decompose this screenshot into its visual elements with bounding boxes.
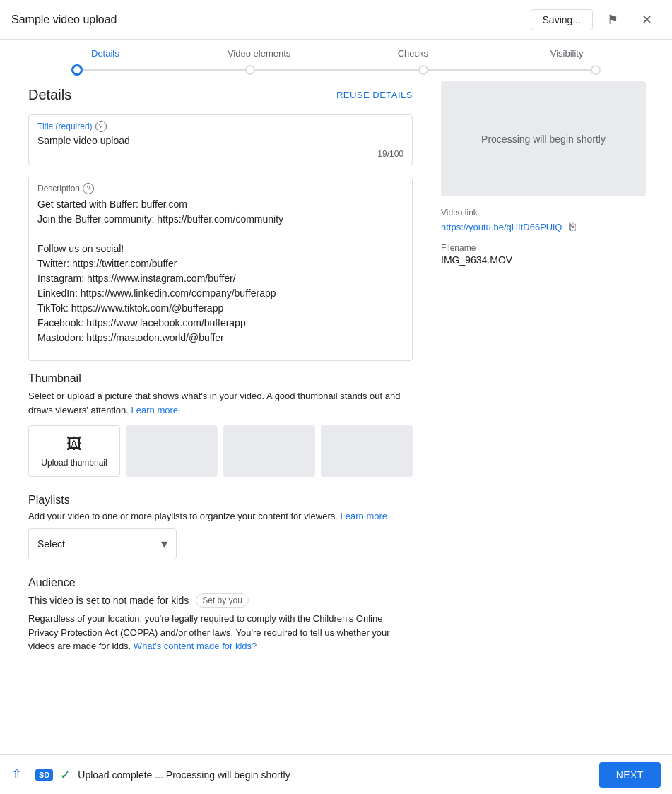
sd-badge: SD xyxy=(35,769,53,781)
line-2 xyxy=(255,69,418,71)
video-link-label: Video link xyxy=(441,208,646,218)
line-3 xyxy=(428,69,591,71)
video-link-row: https://youtu.be/qHItD66PUlQ ⎘ xyxy=(441,219,646,235)
thumbnail-title: Thumbnail xyxy=(28,372,413,385)
audience-desc: Regardless of your location, you're lega… xyxy=(28,612,413,653)
line-1 xyxy=(83,69,245,71)
main-content: Details REUSE DETAILS Title (required) ?… xyxy=(0,81,672,670)
playlists-title: Playlists xyxy=(28,494,413,506)
upload-icon: ⇧ xyxy=(11,766,28,783)
thumbnail-option-2[interactable] xyxy=(223,425,315,477)
step-details[interactable]: Details xyxy=(28,48,182,64)
step-dot-details xyxy=(71,64,83,76)
title-char-count: 19/100 xyxy=(37,149,403,159)
thumbnail-row: 🖼 Upload thumbnail xyxy=(28,425,413,477)
upload-image-icon: 🖼 xyxy=(66,435,82,454)
header-actions: Saving... ⚑ ✕ xyxy=(531,6,661,34)
filename-value: IMG_9634.MOV xyxy=(441,254,646,266)
title-help-icon[interactable]: ? xyxy=(95,121,107,132)
select-value: Select xyxy=(37,538,65,550)
step-checks-label: Checks xyxy=(398,48,428,59)
playlists-desc: Add your video to one or more playlists … xyxy=(28,511,413,521)
details-heading: Details xyxy=(28,87,71,103)
step-dot-visibility xyxy=(591,65,601,75)
step-video-elements[interactable]: Video elements xyxy=(182,48,336,64)
upload-status: Upload complete ... Processing will begi… xyxy=(78,769,290,781)
thumbnail-option-1[interactable] xyxy=(126,425,218,477)
step-checks[interactable]: Checks xyxy=(336,48,490,64)
step-dot-video-elements xyxy=(245,65,255,75)
stepper-steps: Details Video elements Checks Visibility xyxy=(28,48,644,64)
audience-title-row: This video is set to not made for kids S… xyxy=(28,593,413,608)
filename-section: Filename IMG_9634.MOV xyxy=(441,243,646,266)
close-icon: ✕ xyxy=(642,12,652,28)
description-label: Description ? xyxy=(37,183,403,194)
video-link[interactable]: https://youtu.be/qHItD66PUlQ xyxy=(441,222,562,232)
playlists-section: Playlists Add your video to one or more … xyxy=(28,494,413,559)
step-dot-checks xyxy=(418,65,428,75)
audience-title: Audience xyxy=(28,576,413,589)
close-button[interactable]: ✕ xyxy=(632,6,661,34)
stepper: Details Video elements Checks Visibility xyxy=(0,40,672,76)
video-link-section: Video link https://youtu.be/qHItD66PUlQ … xyxy=(441,208,646,235)
next-button[interactable]: NEXT xyxy=(599,762,661,788)
title-input[interactable] xyxy=(37,135,403,146)
set-by-you-badge: Set by you xyxy=(196,593,249,608)
audience-section: Audience This video is set to not made f… xyxy=(28,576,413,653)
description-help-icon[interactable]: ? xyxy=(83,183,94,194)
step-video-elements-label: Video elements xyxy=(228,48,290,59)
copy-icon: ⎘ xyxy=(569,220,576,232)
upload-thumbnail-button[interactable]: 🖼 Upload thumbnail xyxy=(28,425,120,477)
playlists-learn-more[interactable]: Learn more xyxy=(341,511,387,521)
bottom-left: ⇧ SD ✓ Upload complete ... Processing wi… xyxy=(11,766,290,783)
details-header: Details REUSE DETAILS xyxy=(28,87,413,103)
bottom-bar: ⇧ SD ✓ Upload complete ... Processing wi… xyxy=(0,754,672,794)
saving-button[interactable]: Saving... xyxy=(531,9,593,30)
title-label: Title (required) ? xyxy=(37,121,403,132)
check-icon: ✓ xyxy=(60,767,71,783)
thumbnail-desc: Select or upload a picture that shows wh… xyxy=(28,389,413,417)
thumbnail-section: Thumbnail Select or upload a picture tha… xyxy=(28,372,413,477)
thumbnail-option-3[interactable] xyxy=(321,425,413,477)
description-input[interactable] xyxy=(37,197,403,352)
reuse-details-button[interactable]: REUSE DETAILS xyxy=(336,90,413,100)
processing-text: Processing will begin shortly xyxy=(481,134,606,145)
audience-link[interactable]: What's content made for kids? xyxy=(134,641,257,651)
title-field-group: Title (required) ? 19/100 xyxy=(28,114,413,165)
chevron-down-icon: ▾ xyxy=(161,536,167,552)
header: Sample video upload Saving... ⚑ ✕ xyxy=(0,0,672,40)
step-details-label: Details xyxy=(91,48,119,59)
page-title: Sample video upload xyxy=(11,13,117,26)
thumbnail-learn-more[interactable]: Learn more xyxy=(131,405,178,415)
video-preview: Processing will begin shortly xyxy=(441,81,646,196)
step-visibility[interactable]: Visibility xyxy=(490,48,644,64)
step-visibility-label: Visibility xyxy=(550,48,584,59)
flag-button[interactable]: ⚑ xyxy=(599,6,627,34)
copy-link-button[interactable]: ⎘ xyxy=(567,219,577,235)
description-field-group: Description ? xyxy=(28,177,413,361)
filename-label: Filename xyxy=(441,243,646,253)
flag-icon: ⚑ xyxy=(607,12,618,28)
playlists-select[interactable]: Select ▾ xyxy=(28,528,177,559)
audience-subtitle: This video is set to not made for kids xyxy=(28,595,189,606)
right-panel: Processing will begin shortly Video link… xyxy=(441,81,646,670)
left-panel: Details REUSE DETAILS Title (required) ?… xyxy=(28,81,441,670)
